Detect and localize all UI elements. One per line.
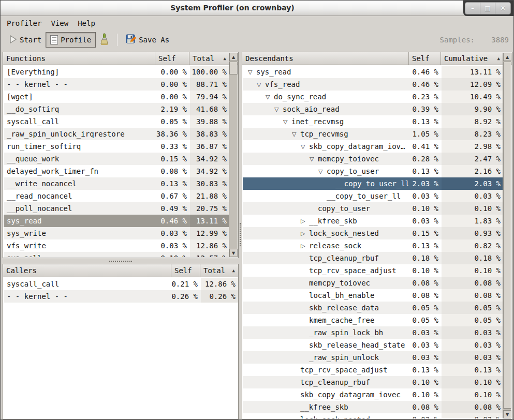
table-row[interactable]: __read_nocancel0.67 %21.88 %	[4, 190, 230, 202]
expander-open-icon[interactable]: ▽	[248, 69, 256, 76]
expander-open-icon[interactable]: ▽	[318, 168, 327, 175]
table-row[interactable]: sys_poll0.10 %12.57 %	[4, 252, 230, 257]
self-column-header[interactable]: Self	[171, 264, 200, 277]
table-row[interactable]: skb_release_head_state0.03 %0.03 %	[243, 339, 504, 351]
descendants-header: Descendants Self Cumulative▲	[242, 52, 512, 65]
expander-open-icon[interactable]: ▽	[292, 131, 300, 138]
self-cell: 0.10 %	[409, 388, 442, 401]
table-row[interactable]: delayed_work_timer_fn0.08 %34.92 %	[4, 165, 230, 177]
expander-open-icon[interactable]: ▽	[283, 118, 291, 125]
expander-closed-icon[interactable]: ▷	[301, 230, 309, 237]
expander-open-icon[interactable]: ▽	[301, 143, 309, 150]
descendants-column-header[interactable]: Descendants	[242, 52, 409, 65]
self-cell: 0.08 %	[409, 289, 442, 302]
table-row[interactable]: - - kernel - -0.00 %88.71 %	[4, 78, 230, 91]
scrollbar-thumb[interactable]	[503, 62, 511, 409]
close-button[interactable]: ✕	[495, 3, 510, 14]
function-name: _raw_spin_unlock	[309, 353, 379, 362]
function-name-cell: __copy_to_user_ll	[243, 177, 409, 190]
callers-column-header[interactable]: Callers	[3, 264, 171, 277]
table-row[interactable]: ▽copy_to_user0.13 %2.16 %	[243, 165, 504, 177]
minimize-button[interactable]: –	[465, 3, 480, 14]
table-row[interactable]: ▽sys_read0.46 %13.11 %	[243, 66, 504, 78]
table-row[interactable]: ▽inet_recvmsg0.13 %8.92 %	[243, 115, 504, 128]
scrollbar-thumb[interactable]	[229, 62, 238, 74]
reset-brush-button[interactable]	[96, 32, 113, 48]
scroll-up-icon[interactable]: ▲	[229, 53, 238, 61]
table-row[interactable]: ▽memcpy_toiovec0.28 %2.47 %	[243, 153, 504, 165]
functions-column-header[interactable]: Functions	[3, 52, 155, 65]
self-cell: 0.03 %	[409, 215, 442, 227]
horizontal-splitter[interactable]	[3, 258, 239, 264]
expander-open-icon[interactable]: ▽	[274, 106, 283, 113]
table-row[interactable]: run_timer_softirq0.33 %36.87 %	[4, 140, 230, 153]
tree-indent	[246, 345, 301, 346]
table-row[interactable]: ▽skb_copy_datagram_iov…0.41 %2.98 %	[243, 140, 504, 153]
table-row[interactable]: syscall_call0.21 %12.86 %	[4, 278, 239, 290]
table-row[interactable]: vfs_write0.03 %12.86 %	[4, 239, 230, 252]
table-row[interactable]: __poll_nocancel0.49 %20.75 %	[4, 202, 230, 215]
table-row[interactable]: ▽sock_aio_read0.39 %9.90 %	[243, 103, 504, 115]
functions-scrollbar[interactable]: ▲ ▼	[229, 53, 238, 257]
table-row[interactable]: tcp_rcv_space_adjust0.13 %0.13 %	[243, 364, 504, 376]
scroll-up-icon[interactable]: ▲	[503, 53, 511, 61]
expander-open-icon[interactable]: ▽	[257, 81, 265, 88]
table-row[interactable]: skb_release_data0.05 %0.05 %	[243, 302, 504, 314]
function-name: sock_aio_read	[283, 105, 340, 113]
table-row[interactable]: __kfree_skb0.08 %0.08 %	[243, 401, 504, 413]
self-column-header[interactable]: Self	[155, 52, 189, 65]
function-name: tcp_recvmsg	[300, 130, 348, 138]
table-row[interactable]: ▽tcp_recvmsg1.05 %8.23 %	[243, 128, 504, 140]
table-row[interactable]: __copy_to_user_ll2.03 %2.03 %	[243, 177, 504, 190]
save-as-button[interactable]: Save As	[122, 32, 173, 48]
table-row[interactable]: skb_copy_datagram_iovec0.10 %0.10 %	[243, 388, 504, 401]
table-row[interactable]: __do_softirq2.19 %41.68 %	[4, 103, 230, 115]
table-row[interactable]: [wget]0.00 %79.94 %	[4, 91, 230, 103]
total-cell: 0.10 %	[442, 388, 504, 401]
table-row[interactable]: _raw_spin_unlock0.03 %0.03 %	[243, 351, 504, 364]
cumulative-column-header[interactable]: Cumulative▲	[441, 52, 503, 65]
table-row[interactable]: tcp_cleanup_rbuf0.10 %0.10 %	[243, 376, 504, 388]
table-row[interactable]: _raw_spin_unlock_irqrestore38.36 %38.83 …	[4, 128, 230, 140]
table-row[interactable]: ▽do_sync_read0.23 %10.49 %	[243, 91, 504, 103]
table-row[interactable]: tcp_cleanup_rbuf0.18 %0.18 %	[243, 252, 504, 264]
scroll-down-icon[interactable]: ▼	[229, 249, 238, 257]
table-row[interactable]: __queue_work0.15 %34.92 %	[4, 153, 230, 165]
expander-closed-icon[interactable]: ▷	[301, 243, 309, 249]
menu-view[interactable]: View	[46, 18, 73, 29]
table-row[interactable]: sys_write0.03 %12.99 %	[4, 227, 230, 239]
table-row[interactable]: memcpy_toiovec0.08 %0.08 %	[243, 277, 504, 289]
self-column-header[interactable]: Self	[409, 52, 441, 65]
expander-open-icon[interactable]: ▽	[266, 94, 274, 100]
scroll-down-icon[interactable]: ▼	[503, 410, 511, 418]
table-row[interactable]: ▷lock_sock_nested0.15 %0.93 %	[243, 227, 504, 239]
table-row[interactable]: tcp_rcv_space_adjust0.10 %0.10 %	[243, 264, 504, 277]
table-row[interactable]: _raw_spin_lock_bh0.03 %0.03 %	[243, 326, 504, 339]
expander-closed-icon[interactable]: ▷	[301, 218, 309, 224]
table-row[interactable]: - - kernel - -0.26 %0.26 %	[4, 290, 239, 303]
table-row[interactable]: __write_nocancel0.13 %30.83 %	[4, 177, 230, 190]
table-row[interactable]: [Everything]0.00 %100.00 %	[4, 66, 230, 78]
table-row[interactable]: local_bh_enable0.08 %0.08 %	[243, 289, 504, 302]
table-row[interactable]: ▷__kfree_skb0.03 %1.83 %	[243, 215, 504, 227]
titlebar[interactable]: System Profiler (on crownbay) – □ ✕	[1, 1, 513, 16]
start-button[interactable]: Start	[5, 32, 46, 48]
function-name: do_sync_read	[274, 93, 326, 101]
table-row[interactable]: ▽vfs_read0.46 %12.09 %	[243, 78, 504, 91]
total-column-header[interactable]: Total▲	[189, 52, 229, 65]
total-column-header[interactable]: Total▲	[200, 264, 238, 277]
table-row[interactable]: kmem_cache_free0.05 %0.05 %	[243, 314, 504, 326]
descendants-scrollbar[interactable]: ▲ ▼	[503, 53, 511, 418]
table-row[interactable]: copy_to_user0.10 %0.10 %	[243, 202, 504, 215]
self-cell: 0.10 %	[409, 376, 442, 388]
table-row[interactable]: sys_read0.46 %13.11 %	[4, 215, 230, 227]
table-row[interactable]: ▷release_sock0.13 %0.82 %	[243, 239, 504, 252]
table-row[interactable]: syscall_call0.05 %39.88 %	[4, 115, 230, 128]
menu-help[interactable]: Help	[73, 18, 100, 29]
maximize-button[interactable]: □	[480, 3, 495, 14]
profile-toggle-button[interactable]: Profile	[46, 32, 96, 48]
expander-open-icon[interactable]: ▽	[310, 156, 318, 162]
table-row[interactable]: __copy_to_user_ll0.03 %0.03 %	[243, 190, 504, 202]
table-row[interactable]: lock_sock_nested0.03 %0.03 %	[243, 413, 504, 418]
menu-profiler[interactable]: Profiler	[2, 18, 46, 29]
